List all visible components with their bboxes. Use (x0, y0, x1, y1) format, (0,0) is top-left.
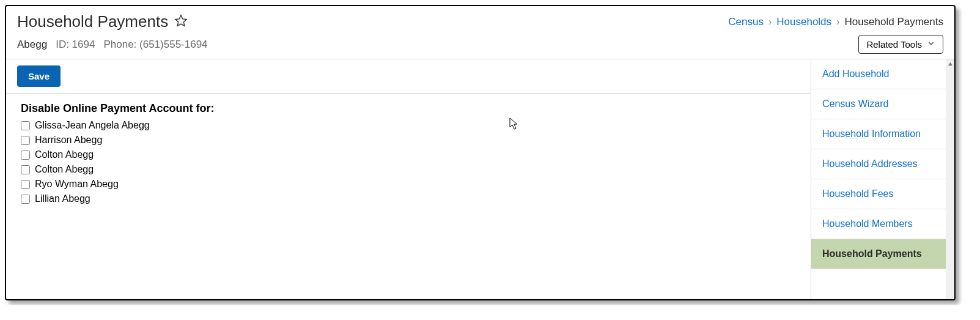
header-row-bottom: Abegg ID: 1694 Phone: (651)555-1694 Rela… (17, 35, 943, 54)
sidebar-scrollbar[interactable] (946, 59, 954, 299)
sidebar-item-household-payments[interactable]: Household Payments (811, 239, 954, 269)
member-name-label[interactable]: Harrison Abegg (35, 135, 102, 146)
member-name-label[interactable]: Glissa-Jean Angela Abegg (35, 120, 150, 131)
member-row: Ryo Wyman Abegg (21, 179, 796, 190)
disable-payment-checkbox[interactable] (21, 180, 30, 189)
sidebar: Add Household Census Wizard Household In… (811, 59, 954, 299)
save-button[interactable]: Save (17, 65, 61, 87)
disable-payment-checkbox[interactable] (21, 165, 30, 174)
disable-payment-checkbox[interactable] (21, 136, 30, 145)
member-name-label[interactable]: Colton Abegg (35, 149, 94, 160)
member-row: Glissa-Jean Angela Abegg (21, 120, 796, 131)
sidebar-item-household-information[interactable]: Household Information (811, 119, 954, 149)
chevron-down-icon (927, 39, 935, 50)
sidebar-item-household-members[interactable]: Household Members (811, 209, 954, 239)
header-row-top: Household Payments Census › Households ›… (17, 12, 943, 31)
favorite-star-icon[interactable] (174, 14, 188, 30)
household-phone: Phone: (651)555-1694 (103, 39, 207, 51)
scroll-up-arrow-icon[interactable] (946, 59, 954, 68)
member-row: Lillian Abegg (21, 193, 796, 204)
breadcrumb-current: Household Payments (844, 16, 943, 28)
svg-marker-0 (175, 15, 186, 26)
body-layout: Save Disable Online Payment Account for:… (6, 59, 954, 299)
member-row: Colton Abegg (21, 149, 796, 160)
household-name: Abegg (17, 39, 47, 51)
title-wrap: Household Payments (17, 12, 188, 31)
disable-payment-checkbox[interactable] (21, 121, 30, 130)
sidebar-item-household-fees[interactable]: Household Fees (811, 179, 954, 209)
member-name-label[interactable]: Lillian Abegg (35, 193, 90, 204)
member-row: Harrison Abegg (21, 135, 796, 146)
household-subinfo: Abegg ID: 1694 Phone: (651)555-1694 (17, 39, 208, 51)
member-name-label[interactable]: Ryo Wyman Abegg (35, 179, 119, 190)
sidebar-item-census-wizard[interactable]: Census Wizard (811, 89, 954, 119)
member-name-label[interactable]: Colton Abegg (35, 164, 94, 175)
breadcrumb: Census › Households › Household Payments (728, 16, 943, 28)
related-tools-dropdown[interactable]: Related Tools (858, 35, 943, 54)
breadcrumb-link-census[interactable]: Census (728, 16, 764, 28)
sidebar-item-add-household[interactable]: Add Household (811, 59, 954, 89)
breadcrumb-link-households[interactable]: Households (776, 16, 831, 28)
page-header: Household Payments Census › Households ›… (6, 6, 954, 59)
page-title: Household Payments (17, 12, 168, 31)
svg-marker-1 (948, 62, 952, 65)
related-tools-label: Related Tools (866, 39, 922, 50)
household-id: ID: 1694 (56, 39, 95, 51)
content-area: Disable Online Payment Account for: Glis… (6, 94, 811, 217)
app-frame: Household Payments Census › Households ›… (5, 5, 956, 300)
chevron-right-icon: › (768, 17, 772, 28)
disable-payment-checkbox[interactable] (21, 195, 30, 204)
section-heading: Disable Online Payment Account for: (21, 102, 796, 115)
member-row: Colton Abegg (21, 164, 796, 175)
disable-payment-checkbox[interactable] (21, 151, 30, 160)
main-panel: Save Disable Online Payment Account for:… (6, 59, 811, 299)
sidebar-nav-list: Add Household Census Wizard Household In… (811, 59, 954, 269)
chevron-right-icon: › (836, 17, 839, 28)
action-toolbar: Save (6, 59, 811, 94)
sidebar-item-household-addresses[interactable]: Household Addresses (811, 149, 954, 179)
